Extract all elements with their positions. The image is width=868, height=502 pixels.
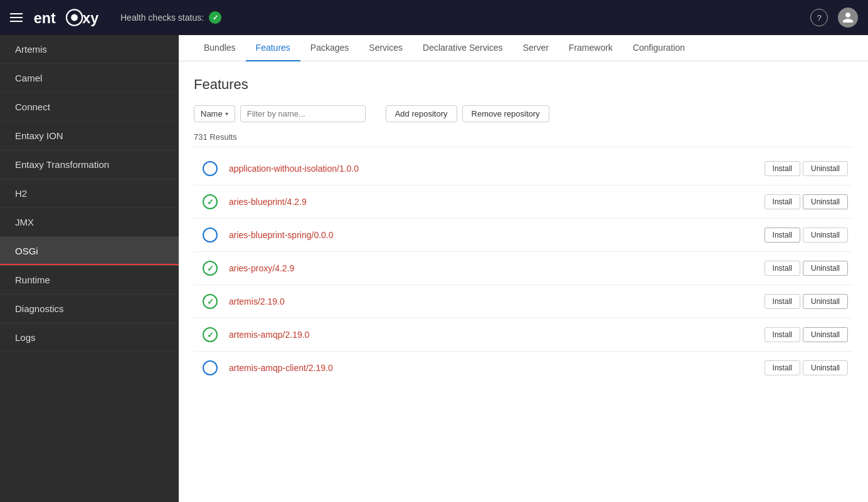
- feature-name: artemis-amqp/2.19.0: [229, 330, 765, 340]
- content-area: BundlesFeaturesPackagesServicesDeclarati…: [179, 35, 868, 502]
- install-button[interactable]: Install: [765, 261, 800, 276]
- filter-input[interactable]: [240, 105, 366, 122]
- install-button[interactable]: Install: [765, 360, 800, 375]
- tabs-bar: BundlesFeaturesPackagesServicesDeclarati…: [179, 35, 868, 61]
- feature-status-icon: [199, 360, 221, 375]
- not-installed-icon: [203, 360, 218, 375]
- tab-configuration[interactable]: Configuration: [623, 35, 695, 61]
- installed-check-icon: [203, 294, 218, 309]
- tab-server[interactable]: Server: [513, 35, 559, 61]
- feature-status-icon: [199, 227, 221, 243]
- remove-repository-button[interactable]: Remove repository: [462, 105, 549, 122]
- feature-actions: InstallUninstall: [765, 360, 848, 375]
- health-dot: [209, 11, 221, 24]
- uninstall-button[interactable]: Uninstall: [803, 261, 848, 276]
- feature-status-icon: [199, 327, 221, 342]
- installed-check-icon: [203, 194, 218, 209]
- sidebar-item-entaxy-ion[interactable]: Entaxy ION: [0, 122, 179, 150]
- svg-point-2: [71, 14, 78, 21]
- sidebar-item-jmx[interactable]: JMX: [0, 208, 179, 237]
- not-installed-icon: [203, 227, 218, 243]
- tab-declarative-services[interactable]: Declarative Services: [413, 35, 513, 61]
- feature-actions: InstallUninstall: [765, 327, 848, 342]
- feature-row: artemis-amqp/2.19.0InstallUninstall: [194, 318, 853, 352]
- toolbar: Name ▾ Add repository Remove repository: [194, 105, 853, 122]
- install-button[interactable]: Install: [765, 227, 800, 243]
- name-dropdown-label: Name: [201, 109, 223, 118]
- uninstall-button[interactable]: Uninstall: [803, 294, 848, 309]
- results-count: 731 Results: [194, 132, 853, 147]
- feature-name: aries-blueprint-spring/0.0.0: [229, 230, 765, 240]
- feature-name: aries-blueprint/4.2.9: [229, 197, 765, 207]
- feature-row: application-without-isolation/1.0.0Insta…: [194, 152, 853, 186]
- svg-text:ent: ent: [34, 10, 56, 26]
- feature-row: aries-proxy/4.2.9InstallUninstall: [194, 252, 853, 285]
- feature-name: artemis/2.19.0: [229, 296, 765, 306]
- name-dropdown[interactable]: Name ▾: [194, 105, 235, 122]
- uninstall-button[interactable]: Uninstall: [803, 194, 848, 209]
- page-content: Features Name ▾ Add repository Remove re…: [179, 61, 868, 502]
- feature-row: artemis-amqp-client/2.19.0InstallUninsta…: [194, 352, 853, 384]
- sidebar-item-h2[interactable]: H2: [0, 179, 179, 208]
- tab-features[interactable]: Features: [246, 35, 300, 61]
- chevron-down-icon: ▾: [225, 110, 228, 117]
- sidebar-item-logs[interactable]: Logs: [0, 323, 179, 352]
- tab-services[interactable]: Services: [359, 35, 413, 61]
- uninstall-button[interactable]: Uninstall: [803, 360, 848, 375]
- main-layout: ArtemisCamelConnectEntaxy IONEntaxy Tran…: [0, 35, 868, 502]
- feature-name: application-without-isolation/1.0.0: [229, 164, 765, 174]
- installed-check-icon: [203, 327, 218, 342]
- sidebar-item-diagnostics[interactable]: Diagnostics: [0, 295, 179, 323]
- tab-framework[interactable]: Framework: [559, 35, 623, 61]
- feature-row: aries-blueprint/4.2.9InstallUninstall: [194, 186, 853, 219]
- sidebar-item-connect[interactable]: Connect: [0, 93, 179, 122]
- feature-status-icon: [199, 294, 221, 309]
- logo: ent xy: [33, 6, 100, 29]
- installed-check-icon: [203, 261, 218, 276]
- feature-actions: InstallUninstall: [765, 194, 848, 209]
- not-installed-icon: [203, 161, 218, 176]
- install-button[interactable]: Install: [765, 194, 800, 209]
- feature-row: artemis/2.19.0InstallUninstall: [194, 285, 853, 318]
- svg-text:xy: xy: [82, 10, 98, 26]
- menu-icon[interactable]: [10, 13, 23, 22]
- sidebar-item-entaxy-transformation[interactable]: Entaxy Transformation: [0, 150, 179, 179]
- sidebar-item-artemis[interactable]: Artemis: [0, 35, 179, 64]
- feature-name: aries-proxy/4.2.9: [229, 263, 765, 273]
- user-avatar[interactable]: [838, 8, 858, 28]
- uninstall-button[interactable]: Uninstall: [803, 327, 848, 342]
- topbar: ent xy Health checks status: ?: [0, 0, 868, 35]
- sidebar-item-runtime[interactable]: Runtime: [0, 266, 179, 295]
- page-title: Features: [194, 76, 853, 93]
- uninstall-button[interactable]: Uninstall: [803, 161, 848, 176]
- add-repository-button[interactable]: Add repository: [386, 105, 457, 122]
- uninstall-button[interactable]: Uninstall: [803, 227, 848, 243]
- sidebar-item-osgi[interactable]: OSGi: [0, 237, 179, 266]
- sidebar-item-camel[interactable]: Camel: [0, 64, 179, 93]
- help-icon[interactable]: ?: [810, 9, 828, 26]
- feature-status-icon: [199, 261, 221, 276]
- sidebar: ArtemisCamelConnectEntaxy IONEntaxy Tran…: [0, 35, 179, 502]
- feature-actions: InstallUninstall: [765, 294, 848, 309]
- tab-packages[interactable]: Packages: [300, 35, 359, 61]
- feature-row: aries-blueprint-spring/0.0.0InstallUnins…: [194, 219, 853, 252]
- feature-name: artemis-amqp-client/2.19.0: [229, 363, 765, 373]
- health-status: Health checks status:: [120, 11, 221, 24]
- tab-bundles[interactable]: Bundles: [194, 35, 246, 61]
- install-button[interactable]: Install: [765, 294, 800, 309]
- feature-status-icon: [199, 194, 221, 209]
- feature-actions: InstallUninstall: [765, 227, 848, 243]
- feature-actions: InstallUninstall: [765, 261, 848, 276]
- health-label: Health checks status:: [120, 13, 204, 23]
- feature-list: application-without-isolation/1.0.0Insta…: [194, 152, 853, 384]
- feature-status-icon: [199, 161, 221, 176]
- feature-actions: InstallUninstall: [765, 161, 848, 176]
- install-button[interactable]: Install: [765, 161, 800, 176]
- install-button[interactable]: Install: [765, 327, 800, 342]
